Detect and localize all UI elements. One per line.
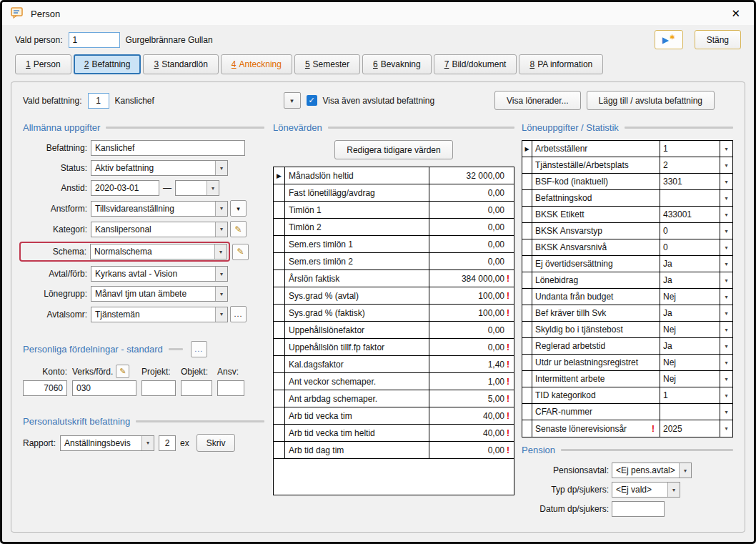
avtalsomr-more-button[interactable]: ...: [230, 306, 247, 322]
dropdown-arrow-icon[interactable]: ▾: [720, 387, 732, 403]
dropdown-arrow-icon[interactable]: ▾: [720, 371, 732, 387]
salary-value[interactable]: 0,00: [429, 184, 514, 201]
salary-value[interactable]: 0,00: [429, 322, 514, 338]
statistics-row[interactable]: Reglerad arbetstid Ja ▾: [522, 338, 732, 355]
salary-value[interactable]: 40,00!: [429, 407, 514, 424]
position-dropdown-button[interactable]: ▾: [284, 92, 301, 109]
statistics-value[interactable]: Ja: [660, 272, 720, 288]
dropdown-arrow-icon[interactable]: ▾: [720, 239, 732, 255]
statistics-row[interactable]: BKSK Ansvarstyp 0 ▾: [522, 223, 732, 239]
salary-value[interactable]: 0,00: [429, 202, 514, 218]
tab-standardlon[interactable]: 3Standardlön: [143, 54, 218, 74]
salary-row[interactable]: Timlön 1 0,00: [274, 202, 514, 219]
salary-value[interactable]: 0,00!: [429, 442, 514, 458]
konto-input[interactable]: [23, 380, 67, 396]
dropdown-arrow-icon[interactable]: ▾: [720, 305, 732, 321]
distributions-more-button[interactable]: ...: [191, 341, 207, 357]
salary-value[interactable]: 0,00!: [429, 339, 514, 355]
dropdown-arrow-icon[interactable]: ▾: [720, 223, 732, 239]
show-ended-checkbox[interactable]: ✓: [307, 95, 317, 106]
dropdown-arrow-icon[interactable]: ▾: [720, 272, 732, 288]
pensionsavtal-select[interactable]: <Ej pens.avtal> ▾: [612, 463, 692, 478]
tab-semester[interactable]: 5Semester: [294, 54, 360, 74]
tab-bild-dokument[interactable]: 7Bild/dokument: [434, 54, 517, 74]
lonegrupp-select[interactable]: Månavl tjm utan ämbete ▾: [91, 286, 228, 302]
salary-row[interactable]: ▶ Månadslön heltid 32 000,00: [274, 167, 514, 184]
verksford-edit-button[interactable]: ✎: [116, 365, 129, 378]
selected-position-input[interactable]: [88, 93, 109, 109]
salary-value[interactable]: 384 000,00!: [429, 270, 514, 287]
avtalsomr-select[interactable]: Tjänstemän ▾: [91, 307, 228, 322]
ansv-input[interactable]: [217, 380, 244, 396]
statistics-row[interactable]: BSF-kod (inaktuell) 3301 ▾: [522, 174, 732, 190]
statistics-value[interactable]: 3301: [660, 174, 720, 189]
kategori-select[interactable]: Kanslipersonal ▾: [91, 222, 228, 237]
run-button[interactable]: ▶ ✱: [655, 30, 683, 49]
statistics-row[interactable]: CFAR-nummer ▾: [522, 404, 732, 420]
statistics-value[interactable]: 1: [660, 387, 720, 403]
dropdown-arrow-icon[interactable]: ▾: [720, 404, 732, 420]
edit-previous-values-button[interactable]: Redigera tidigare värden: [334, 140, 452, 159]
dropdown-arrow-icon[interactable]: ▾: [720, 355, 732, 370]
copies-input[interactable]: [159, 435, 176, 451]
salary-row[interactable]: Årslön faktisk 384 000,00!: [274, 270, 514, 287]
dropdown-arrow-icon[interactable]: ▾: [720, 141, 732, 157]
salary-row[interactable]: Sem.ers timlön 1 0,00: [274, 236, 514, 253]
statistics-value[interactable]: Ja: [660, 305, 720, 321]
verksford-input[interactable]: [72, 380, 136, 396]
salary-value[interactable]: 0,00: [429, 236, 514, 252]
salary-value[interactable]: 0,00: [429, 219, 514, 235]
salary-row[interactable]: Uppehållslönefaktor 0,00: [274, 322, 514, 339]
statistics-row[interactable]: Skyldig bo i tjänstebost Nej ▾: [522, 322, 732, 338]
rapport-select[interactable]: Anställningsbevis ▾: [60, 435, 154, 451]
statistics-value[interactable]: Nej: [660, 289, 720, 305]
statistics-value[interactable]: Nej: [660, 322, 720, 337]
statistics-row[interactable]: ▶ Arbetsställenr 1 ▾: [522, 141, 732, 157]
statistics-row[interactable]: TID kategorikod 1 ▾: [522, 387, 732, 404]
salary-row[interactable]: Arb tid vecka tim 40,00!: [274, 407, 514, 425]
statistics-value[interactable]: [660, 190, 720, 206]
statistics-row[interactable]: Ej övertidsersättning Ja ▾: [522, 256, 732, 272]
salary-row[interactable]: Timlön 2 0,00: [274, 219, 514, 236]
close-window-button[interactable]: Stäng: [695, 30, 741, 49]
salary-row[interactable]: Sys.grad % (avtal) 100,00!: [274, 287, 514, 305]
statistics-row[interactable]: Utdr ur belastningsregistret Nej ▾: [522, 355, 732, 371]
schema-edit-button[interactable]: ✎: [232, 244, 249, 260]
salary-row[interactable]: Uppehållslön tillf.fp faktor 0,00!: [274, 339, 514, 356]
anstform-extra-dropdown-button[interactable]: ▾: [230, 200, 247, 217]
statistics-row[interactable]: Intermittent arbete Nej ▾: [522, 371, 732, 387]
salary-row[interactable]: Ant arbdag schemaper. 5,00!: [274, 390, 514, 407]
dropdown-arrow-icon[interactable]: ▾: [720, 256, 732, 272]
salary-row[interactable]: Fast lönetillägg/avdrag 0,00: [274, 184, 514, 202]
dropdown-arrow-icon[interactable]: ▾: [720, 190, 732, 206]
statistics-value[interactable]: Nej: [660, 355, 720, 370]
tab-anteckning[interactable]: 4Anteckning: [221, 54, 292, 74]
salary-row[interactable]: Sem.ers timlön 2 0,00: [274, 253, 514, 270]
salary-value[interactable]: 32 000,00: [429, 167, 514, 184]
befattning-input[interactable]: [91, 140, 245, 156]
statistics-value[interactable]: 2: [660, 157, 720, 173]
salary-value[interactable]: 100,00!: [429, 305, 514, 321]
statistics-value[interactable]: 2025: [660, 420, 720, 437]
statistics-row[interactable]: BKSK Etikett 433001 ▾: [522, 207, 732, 223]
print-button[interactable]: Skriv: [197, 434, 236, 452]
objekt-input[interactable]: [181, 380, 212, 396]
statistics-row[interactable]: Undanta från budget Nej ▾: [522, 289, 732, 305]
statistics-value[interactable]: Ja: [660, 256, 720, 272]
statistics-value[interactable]: 0: [660, 239, 720, 255]
typ-dp-select[interactable]: <Ej vald> ▾: [612, 482, 680, 498]
salary-row[interactable]: Arb tid dag tim 0,00!: [274, 442, 514, 459]
anstid-to-select[interactable]: ▾: [175, 180, 219, 196]
show-salary-rows-button[interactable]: Visa lönerader...: [494, 91, 581, 110]
close-icon[interactable]: ✕: [726, 6, 745, 21]
salary-value[interactable]: 40,00!: [429, 425, 514, 441]
dropdown-arrow-icon[interactable]: ▾: [720, 322, 732, 337]
dropdown-arrow-icon[interactable]: ▾: [720, 207, 732, 222]
add-end-position-button[interactable]: Lägg till / avsluta befattning: [587, 91, 715, 110]
salary-value[interactable]: 1,40!: [429, 356, 514, 372]
statistics-value[interactable]: [660, 404, 720, 420]
tab-pa-information[interactable]: 8PA information: [519, 54, 603, 74]
statistics-row[interactable]: Befattningskod ▾: [522, 190, 732, 207]
tab-bevakning[interactable]: 6Bevakning: [362, 54, 432, 74]
statistics-row[interactable]: BKSK Ansvarsnivå 0 ▾: [522, 239, 732, 256]
